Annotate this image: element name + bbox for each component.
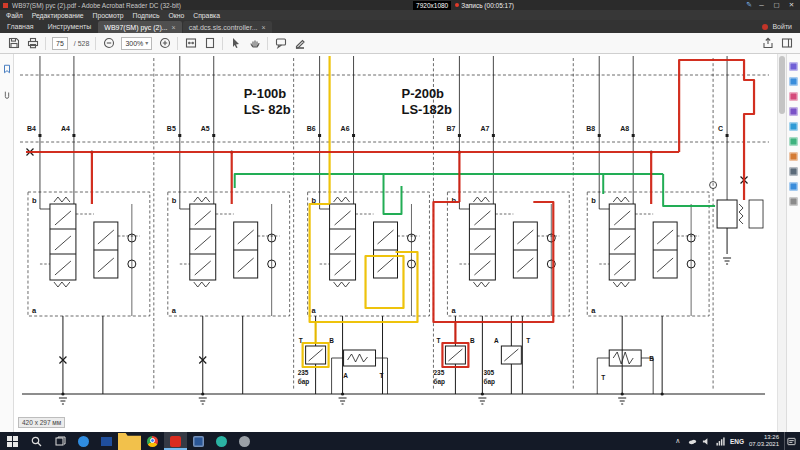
port-label-b7: B7 [446,125,455,132]
tool-fill-sign-icon[interactable] [789,92,798,101]
tools-rail [786,54,800,432]
tool-comment-icon[interactable] [789,62,798,71]
zoom-out-icon[interactable] [102,37,115,50]
tool-export-icon[interactable] [789,122,798,131]
relief-left-value: 235 [298,369,309,376]
left-panel-rail [0,54,14,432]
tray-chevron-icon[interactable]: ∧ [673,437,683,445]
zoom-caret-icon: ▾ [145,38,148,49]
taskbar-app-edge[interactable] [72,432,95,450]
taskbar-app-mail[interactable] [95,432,118,450]
relief-right-value: 235 [433,369,444,376]
panel-toggle-icon[interactable] [780,37,793,50]
port-label-b5: B5 [167,125,176,132]
overlay-pencil-icon[interactable]: ✎ [746,0,752,10]
menu-view[interactable]: Просмотр [93,12,124,19]
note-red-line1: P-200b [401,86,444,101]
menu-edit[interactable]: Редактирование [32,12,84,19]
tray-cloud-icon[interactable] [688,432,697,450]
tray-volume-icon[interactable] [702,432,711,450]
valve-sections [40,192,699,394]
section5-b: b [591,196,596,205]
tool-edit-pdf-icon[interactable] [789,107,798,116]
tab-home[interactable]: Главная [0,20,41,33]
page-count: / 528 [74,40,90,47]
tool-organize-icon[interactable] [789,152,798,161]
doc-tab-close-icon[interactable]: × [172,24,176,31]
note-red-line2: LS-182b [401,102,452,117]
taskbar-search-icon[interactable] [24,432,48,450]
menu-file[interactable]: Файл [6,12,23,19]
main-toolbar: 75 / 528 300% ▾ [0,33,800,54]
zoom-in-icon[interactable] [158,37,171,50]
section3-a: a [312,306,317,315]
doc-tab-active-label: WB97(SM) рус (2)... [104,24,167,31]
taskbar-app-gray[interactable] [233,432,256,450]
toolbar-separator-3 [177,37,178,50]
select-cursor-icon[interactable] [229,37,242,50]
note-yellow-line1: P-100b [244,86,287,101]
tool-share-icon[interactable] [789,182,798,191]
port-label-b6: B6 [307,125,316,132]
tool-stamp-icon[interactable] [789,167,798,176]
tray-network-icon[interactable] [716,432,725,450]
page-number-input[interactable]: 75 [52,37,68,50]
doc-tab-inactive[interactable]: cat.dcs.sis.controller... × [183,21,272,33]
annotations: P-100b LS- 82b P-200b LS-182b [244,86,452,117]
section1-b: b [32,196,37,205]
valve2-value: 305 [483,369,494,376]
task-view-icon[interactable] [48,432,72,450]
bottom-labels: T B 235 бар A T T B 235 бар A T 305 бар … [298,337,655,386]
zoom-level-select[interactable]: 300% ▾ [121,37,152,50]
vertical-scrollbar[interactable] [777,54,786,432]
taskbar-app-explorer[interactable] [118,432,141,450]
doc-tab-active[interactable]: WB97(SM) рус (2)... × [98,21,181,33]
menu-sign[interactable]: Подпись [133,12,160,19]
port-label-a7: A7 [480,125,489,132]
notification-center-icon[interactable] [784,432,798,450]
close-button[interactable]: ✕ [786,0,797,10]
print-icon[interactable] [26,37,39,50]
language-indicator[interactable]: ENG [730,438,744,445]
tool-highlight-icon[interactable] [789,77,798,86]
menu-help[interactable]: Справка [193,12,220,19]
taskbar-app-acrobat[interactable] [164,432,187,450]
recording-dot-icon [455,3,459,7]
section5-a: a [591,306,596,315]
doc-tab-inactive-label: cat.dcs.sis.controller... [189,24,258,31]
attachments-icon[interactable] [2,86,12,104]
hand-tool-icon[interactable] [248,37,261,50]
fit-page-icon[interactable] [203,37,216,50]
bookmarks-icon[interactable] [2,60,12,78]
share-icon[interactable] [761,37,774,50]
clock[interactable]: 13:26 07.03.2021 [749,434,779,448]
sign-in-button[interactable]: Войти [772,23,792,30]
taskbar-app-chrome[interactable] [141,432,164,450]
section4-b: b [451,196,456,205]
valve2-t: T [526,337,530,344]
tab-tools[interactable]: Инструменты [41,20,99,33]
clock-time: 13:26 [749,434,779,441]
scrollbar-thumb[interactable] [779,56,785,114]
menu-window[interactable]: Окно [168,12,184,19]
toolbar-separator [45,37,46,50]
maximize-button[interactable]: ▢ [771,0,782,10]
pdf-canvas[interactable]: B4 A4 B5 A5 B6 A6 B7 A7 B8 A8 C [14,54,777,432]
tool-create-icon[interactable] [789,137,798,146]
start-button[interactable] [0,432,24,450]
fit-width-icon[interactable] [184,37,197,50]
tool-more-icon[interactable] [789,197,798,206]
taskbar-app-word[interactable] [187,432,210,450]
section2-b: b [172,196,177,205]
recording-overlay: Запись (00:05:17) [455,2,514,9]
taskbar-app-teal[interactable] [210,432,233,450]
comment-icon[interactable] [274,37,287,50]
minimize-button[interactable]: ─ [756,0,767,10]
valve2-a: A [494,337,499,344]
doc-tab2-close-icon[interactable]: × [262,24,266,31]
save-icon[interactable] [7,37,20,50]
valve2-unit: бар [483,378,495,386]
windows-taskbar: ∧ ENG 13:26 07.03.2021 [0,432,800,450]
section2-a: a [172,306,177,315]
highlight-icon[interactable] [293,37,306,50]
